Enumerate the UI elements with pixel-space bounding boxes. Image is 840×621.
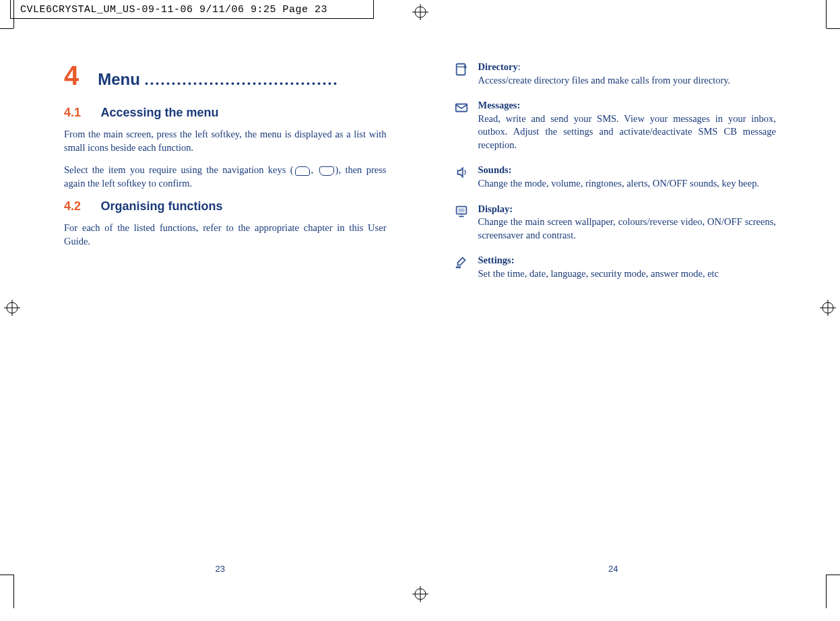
function-settings: Settings: Set the time, date, language, … bbox=[454, 254, 777, 280]
function-display: Display: Change the main screen wallpape… bbox=[454, 203, 777, 242]
section-heading-4-2: 4.2 Organising functions bbox=[64, 199, 387, 214]
svg-rect-14 bbox=[463, 66, 466, 69]
function-sounds: Sounds: Change the mode, volume, rington… bbox=[454, 164, 777, 190]
chapter-heading: 4 Menu .................................… bbox=[64, 61, 387, 91]
svg-rect-12 bbox=[456, 64, 465, 75]
crop-mark bbox=[0, 28, 13, 29]
registration-mark-icon bbox=[412, 4, 428, 20]
crop-mark bbox=[827, 28, 840, 29]
function-content: Messages: Read, write and send your SMS.… bbox=[478, 99, 777, 152]
function-content: Settings: Set the time, date, language, … bbox=[478, 254, 777, 280]
section-title: Organising functions bbox=[100, 199, 222, 213]
function-directory: Directory: Access/create directory files… bbox=[454, 61, 777, 87]
chapter-dots: .................................... bbox=[145, 71, 339, 88]
function-title: Messages: bbox=[478, 100, 521, 110]
page-right: Directory: Access/create directory files… bbox=[414, 40, 814, 574]
function-content: Directory: Access/create directory files… bbox=[478, 61, 777, 87]
function-content: Display: Change the main screen wallpape… bbox=[478, 203, 777, 242]
function-desc: Change the mode, volume, ringtones, aler… bbox=[478, 178, 760, 189]
directory-icon bbox=[454, 61, 478, 79]
crop-mark bbox=[826, 0, 827, 28]
print-header: CVLE6CRYSTAL_UM_US-09-11-06 9/11/06 9:25… bbox=[20, 4, 327, 15]
page-number-left: 23 bbox=[27, 564, 414, 574]
messages-icon bbox=[454, 99, 478, 118]
function-title: Display: bbox=[478, 203, 513, 214]
chapter-number: 4 bbox=[64, 61, 79, 91]
display-icon bbox=[454, 203, 478, 222]
registration-mark-icon bbox=[412, 586, 428, 602]
registration-mark-icon bbox=[820, 300, 836, 316]
nav-key-up-icon bbox=[295, 166, 310, 176]
settings-icon bbox=[454, 254, 478, 273]
separator: : bbox=[518, 61, 521, 72]
function-desc: Change the main screen wallpaper, colour… bbox=[478, 216, 777, 240]
registration-mark-icon bbox=[4, 300, 20, 316]
function-desc: Access/create directory files and make c… bbox=[478, 75, 731, 86]
body-text: From the main screen, press the left sof… bbox=[64, 128, 387, 154]
sounds-icon bbox=[454, 164, 478, 183]
function-content: Sounds: Change the mode, volume, rington… bbox=[478, 164, 777, 190]
text-fragment: , bbox=[311, 164, 318, 175]
function-messages: Messages: Read, write and send your SMS.… bbox=[454, 99, 777, 152]
function-desc: Set the time, date, language, security m… bbox=[478, 268, 719, 279]
section-number: 4.2 bbox=[64, 199, 98, 214]
chapter-title: Menu bbox=[98, 70, 144, 88]
page-number-right: 24 bbox=[414, 564, 814, 574]
page-left: 4 Menu .................................… bbox=[27, 40, 414, 574]
crop-mark bbox=[13, 575, 14, 608]
svg-rect-17 bbox=[458, 208, 464, 212]
section-heading-4-1: 4.1 Accessing the menu bbox=[64, 106, 387, 120]
nav-key-down-icon bbox=[319, 166, 334, 176]
body-text: For each of the listed functions, refer … bbox=[64, 222, 387, 248]
function-title: Directory bbox=[478, 61, 518, 72]
section-title: Accessing the menu bbox=[100, 106, 218, 119]
crop-mark bbox=[826, 575, 827, 608]
function-desc: Read, write and send your SMS. View your… bbox=[478, 113, 777, 150]
body-text: Select the item you require using the na… bbox=[64, 164, 387, 190]
svg-rect-20 bbox=[455, 267, 460, 269]
page-spread: 4 Menu .................................… bbox=[27, 40, 813, 574]
crop-mark bbox=[0, 575, 13, 575]
function-title: Sounds: bbox=[478, 164, 512, 175]
crop-mark bbox=[827, 575, 840, 575]
crop-mark bbox=[13, 0, 14, 28]
section-number: 4.1 bbox=[64, 106, 98, 120]
text-fragment: Select the item you require using the na… bbox=[64, 164, 294, 175]
function-title: Settings: bbox=[478, 255, 515, 265]
